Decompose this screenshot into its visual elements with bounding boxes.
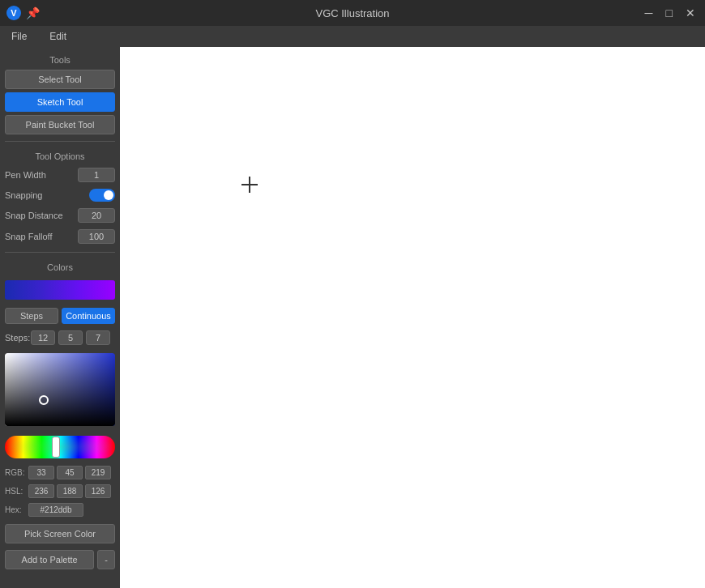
divider-1 <box>5 141 115 142</box>
hsl-l-input[interactable] <box>85 484 111 498</box>
snapping-toggle[interactable] <box>89 189 115 202</box>
color-picker-cursor <box>39 395 49 405</box>
svg-text:V: V <box>11 8 17 18</box>
snap-distance-label: Snap Distance <box>5 211 63 220</box>
step-2-input[interactable] <box>58 330 83 345</box>
steps-button[interactable]: Steps <box>5 308 58 324</box>
sketch-tool-button[interactable]: Sketch Tool <box>5 92 115 112</box>
remove-from-palette-button[interactable]: - <box>97 550 115 569</box>
snap-falloff-input[interactable] <box>78 229 115 244</box>
step-1-input[interactable] <box>31 330 55 345</box>
hex-row: Hex: <box>5 503 115 517</box>
hue-cursor <box>52 437 60 458</box>
rgb-b-input[interactable] <box>85 466 111 479</box>
add-palette-row: Add to Palette - <box>5 550 115 569</box>
add-to-palette-button[interactable]: Add to Palette <box>5 550 94 569</box>
steps-continuous-row: Steps Continuous <box>5 308 115 324</box>
close-button[interactable]: ✕ <box>682 6 699 20</box>
canvas-area[interactable] <box>120 47 705 588</box>
app-title: VGC Illustration <box>315 7 389 19</box>
hsl-label: HSL: <box>5 487 26 496</box>
sidebar: Tools Select Tool Sketch Tool Paint Buck… <box>0 47 120 588</box>
steps-prefix: Steps: <box>5 333 28 343</box>
titlebar-left: V 📌 <box>6 6 40 20</box>
menu-file[interactable]: File <box>6 29 32 44</box>
window-controls: ─ □ ✕ <box>642 6 699 20</box>
hue-slider[interactable] <box>5 436 115 458</box>
rgb-label: RGB: <box>5 468 26 477</box>
rgb-row: RGB: <box>5 466 115 479</box>
crosshair-cursor <box>241 177 258 193</box>
hex-input[interactable] <box>28 503 83 517</box>
hue-slider-overlay <box>5 436 115 458</box>
color-swatch-bar <box>5 280 115 300</box>
hsl-row: HSL: <box>5 484 115 498</box>
main-layout: Tools Select Tool Sketch Tool Paint Buck… <box>0 47 705 588</box>
colors-section-title: Colors <box>5 262 115 272</box>
hex-label: Hex: <box>5 505 26 514</box>
menu-edit[interactable]: Edit <box>45 29 71 44</box>
pin-icon[interactable]: 📌 <box>26 6 40 19</box>
divider-2 <box>5 252 115 253</box>
pen-width-label: Pen Width <box>5 170 46 180</box>
pen-width-input[interactable] <box>78 168 115 182</box>
tools-section-title: Tools <box>5 55 115 65</box>
rgb-g-input[interactable] <box>57 466 83 479</box>
menubar: File Edit <box>0 26 705 47</box>
minimize-button[interactable]: ─ <box>642 6 656 20</box>
snap-distance-row: Snap Distance <box>5 208 115 223</box>
app-logo: V <box>6 6 21 20</box>
rgb-r-input[interactable] <box>28 466 54 479</box>
color-picker-square[interactable] <box>5 353 115 426</box>
tool-options-section-title: Tool Options <box>5 151 115 161</box>
titlebar: V 📌 VGC Illustration ─ □ ✕ <box>0 0 705 26</box>
toggle-thumb <box>104 190 113 200</box>
pen-width-row: Pen Width <box>5 168 115 182</box>
hsl-h-input[interactable] <box>28 484 54 498</box>
snap-falloff-label: Snap Falloff <box>5 232 53 241</box>
snapping-label: Snapping <box>5 190 43 200</box>
maximize-button[interactable]: □ <box>663 6 676 20</box>
hsl-s-input[interactable] <box>57 484 83 498</box>
snap-falloff-row: Snap Falloff <box>5 229 115 244</box>
select-tool-button[interactable]: Select Tool <box>5 70 115 89</box>
continuous-button[interactable]: Continuous <box>62 308 115 324</box>
steps-values-row: Steps: <box>5 330 115 345</box>
snap-distance-input[interactable] <box>78 208 115 223</box>
snapping-row: Snapping <box>5 189 115 202</box>
pick-screen-color-button[interactable]: Pick Screen Color <box>5 524 115 543</box>
paint-bucket-tool-button[interactable]: Paint Bucket Tool <box>5 115 115 134</box>
step-3-input[interactable] <box>86 330 110 345</box>
